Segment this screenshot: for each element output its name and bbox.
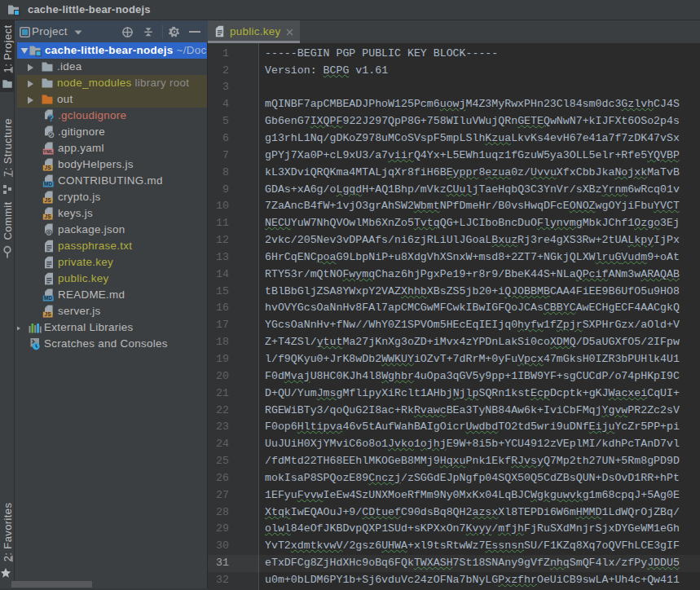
svg-text:JS: JS <box>44 311 51 317</box>
svg-text:MD: MD <box>44 295 53 301</box>
svg-text:JS: JS <box>44 214 51 219</box>
svg-text:JS: JS <box>44 197 51 203</box>
svg-text:MD: MD <box>44 181 53 187</box>
svg-text:JS: JS <box>44 165 51 170</box>
svg-text:?: ? <box>49 113 55 122</box>
svg-text:YML: YML <box>43 149 54 154</box>
